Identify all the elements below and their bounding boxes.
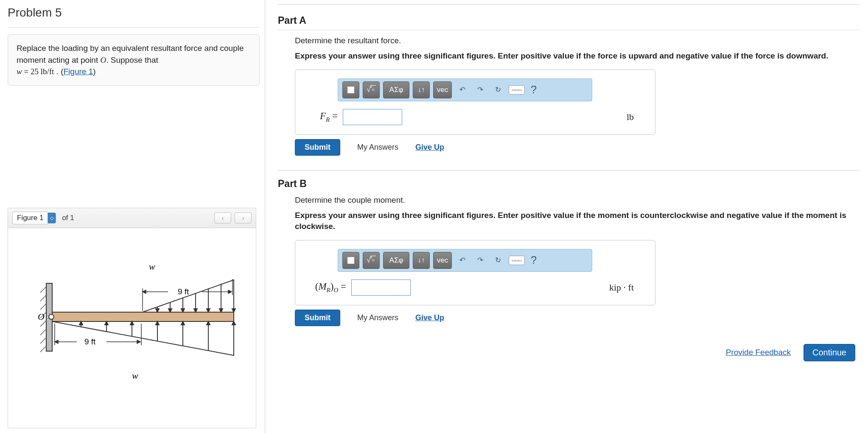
reset-icon[interactable]: ↻ [491,252,505,269]
help-icon[interactable]: ? [528,81,539,98]
arrows-button[interactable]: ↓↑ [413,81,430,98]
right-pane: Part A Determine the resultant force. Ex… [265,0,868,433]
beam-diagram: O [22,241,242,389]
footer-row: Provide Feedback Continue [278,336,860,361]
svg-marker-21 [207,309,210,312]
svg-marker-11 [143,280,234,312]
svg-marker-13 [156,309,159,312]
svg-marker-34 [156,321,159,325]
help-icon[interactable]: ? [528,252,539,269]
vec-button[interactable]: vec [433,252,452,269]
undo-icon[interactable]: ↶ [455,81,470,98]
continue-button[interactable]: Continue [804,344,855,361]
keyboard-icon[interactable]: ▭▭▭ [509,85,525,95]
dim-top: 9 ft [178,287,189,296]
svg-rect-0 [51,312,234,321]
undo-icon[interactable]: ↶ [455,252,470,269]
part-b-eq-label: (MR)O = [304,281,346,294]
svg-line-2 [40,287,46,293]
part-a-submit-button[interactable]: Submit [295,139,340,156]
reset-icon[interactable]: ↻ [491,81,505,98]
eq-var: w [17,67,22,76]
svg-marker-50 [137,340,140,344]
part-a-body: Determine the resultant force. Express y… [278,30,860,166]
svg-marker-44 [228,290,232,293]
svg-marker-17 [181,309,185,312]
figure-link[interactable]: Figure 1 [64,67,93,76]
part-b-answer-box: n√▫ ΑΣφ ↓↑ vec ↶ ↷ ↻ ▭▭▭ ? (MR)O = kip ·… [295,240,655,305]
figure-select-label: Figure 1 [12,212,48,224]
part-b-submit-button[interactable]: Submit [295,310,340,326]
part-a-instruction: Express your answer using three signific… [295,50,860,62]
statement-text-2: . Suppose that [106,56,158,64]
svg-marker-25 [232,309,235,312]
part-b-title: Part B [278,170,860,190]
svg-line-7 [40,329,46,335]
svg-line-4 [40,304,46,310]
part-b-answer-input[interactable] [351,279,411,296]
figure-next-button[interactable]: › [235,212,252,223]
redo-icon[interactable]: ↷ [473,252,487,269]
keyboard-icon[interactable]: ▭▭▭ [509,256,525,265]
svg-marker-15 [168,309,172,312]
eq-val: = 25 lb/ft [22,67,54,76]
part-a-give-up-link[interactable]: Give Up [415,143,444,152]
svg-marker-28 [79,321,83,325]
figure-panel: Figure 1 ◇ of 1 ‹ › [8,208,256,428]
problem-statement-box: Replace the loading by an equivalent res… [8,34,260,86]
part-a-title: Part A [278,7,860,30]
svg-line-9 [40,346,46,352]
part-b-unit: kip · ft [609,282,634,293]
part-a-eq-label: FR = [304,111,338,123]
svg-line-8 [40,338,46,344]
dim-bottom: 9 ft [84,337,96,346]
part-a-answer-box: n√▫ ΑΣφ ↓↑ vec ↶ ↷ ↻ ▭▭▭ ? FR = lb [295,70,655,135]
greek-button[interactable]: ΑΣφ [383,252,409,269]
svg-marker-19 [194,309,197,312]
arrows-button[interactable]: ↓↑ [413,252,430,269]
part-b-equation-row: (MR)O = kip · ft [295,272,655,305]
figure-prev-button[interactable]: ‹ [214,212,231,223]
root-button[interactable]: n√▫ [363,81,380,98]
equation-toolbar-b: n√▫ ΑΣφ ↓↑ vec ↶ ↷ ↻ ▭▭▭ ? [338,249,592,272]
templates-button[interactable] [342,252,359,269]
part-b-body: Determine the couple moment. Express you… [278,190,860,336]
svg-marker-32 [130,321,134,325]
svg-marker-40 [232,321,235,325]
part-a-actions: Submit My Answers Give Up [295,135,860,166]
part-b-instruction: Express your answer using three signific… [295,210,860,232]
figure-body: O [8,228,256,402]
part-b-give-up-link[interactable]: Give Up [415,313,444,322]
point-var: O [101,56,106,64]
svg-point-10 [49,314,54,319]
svg-marker-36 [181,321,185,325]
redo-icon[interactable]: ↷ [473,81,487,98]
figure-select[interactable]: Figure 1 ◇ [12,212,56,224]
root-button[interactable]: n√▫ [363,252,380,269]
figure-header: Figure 1 ◇ of 1 ‹ › [8,208,256,228]
part-b-my-answers-link[interactable]: My Answers [357,313,398,322]
svg-marker-26 [52,321,234,355]
origin-label: O [38,311,45,322]
part-b-question: Determine the couple moment. [295,196,860,205]
w-bottom-label: w [132,370,138,381]
figure-select-dropdown-icon[interactable]: ◇ [48,212,56,223]
provide-feedback-link[interactable]: Provide Feedback [726,348,791,357]
left-pane: Problem 5 Replace the loading by an equi… [0,0,265,433]
part-a-unit: lb [627,112,634,123]
vec-button[interactable]: vec [433,81,452,98]
svg-marker-23 [219,309,223,312]
top-divider [278,4,860,5]
figure-counter: of 1 [62,214,74,222]
w-top-label: w [149,261,155,272]
part-a-equation-row: FR = lb [295,101,655,134]
part-a-my-answers-link[interactable]: My Answers [357,143,398,152]
statement-text-4: ) [93,67,95,76]
part-a-question: Determine the resultant force. [295,36,860,45]
part-b-actions: Submit My Answers Give Up [295,305,860,336]
part-a-answer-input[interactable] [343,109,402,125]
templates-button[interactable] [342,81,359,98]
statement-text-3: . ( [54,67,63,76]
equation-toolbar: n√▫ ΑΣφ ↓↑ vec ↶ ↷ ↻ ▭▭▭ ? [338,78,592,101]
greek-button[interactable]: ΑΣφ [383,81,409,98]
